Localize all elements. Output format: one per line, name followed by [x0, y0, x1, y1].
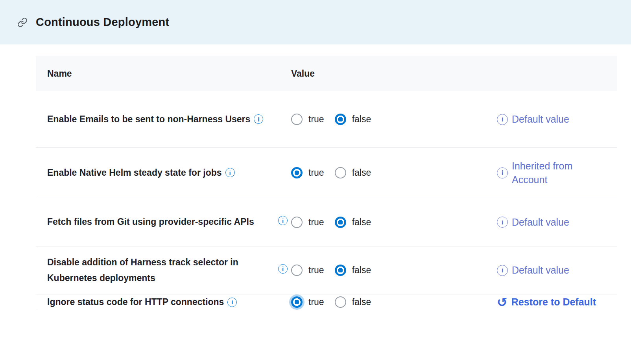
status-label: Default value [512, 215, 569, 229]
radio-label: true [308, 297, 324, 307]
status-label: Inherited from Account [512, 159, 602, 187]
radio-label: false [352, 167, 371, 178]
status-cell: i ↺ Default value [497, 215, 617, 229]
radio-button[interactable] [291, 167, 303, 178]
radio-button[interactable] [335, 167, 346, 178]
radio-button[interactable] [335, 265, 346, 276]
page-title: Continuous Deployment [36, 16, 169, 29]
settings-table: Name Value Enable Emails to be sent to n… [36, 56, 617, 310]
info-icon[interactable]: i [278, 216, 288, 225]
radio-option-false[interactable]: false [335, 167, 371, 178]
radio-option-false[interactable]: false [335, 296, 371, 308]
radio-label: true [308, 114, 324, 125]
radio-option-true[interactable]: true [291, 265, 324, 276]
radio-button[interactable] [291, 296, 303, 308]
radio-label: false [352, 297, 371, 307]
radio-button[interactable] [291, 217, 303, 228]
radio-label: true [308, 167, 324, 178]
info-icon: i [497, 167, 508, 178]
section-header: Continuous Deployment [0, 0, 631, 44]
setting-row: Enable Emails to be sent to non-Harness … [36, 91, 617, 148]
radio-option-true[interactable]: true [291, 114, 324, 125]
status-cell: i ↺ Inherited from Account [497, 159, 617, 187]
radio-button[interactable] [291, 114, 303, 125]
info-icon: i [497, 114, 508, 125]
radio-button[interactable] [335, 296, 346, 308]
info-icon[interactable]: i [225, 168, 235, 177]
column-header-value: Value [276, 68, 497, 79]
status-label: Default value [512, 263, 569, 277]
setting-name: Enable Emails to be sent to non-Harness … [47, 114, 250, 124]
radio-label: false [352, 265, 371, 276]
radio-label: true [308, 217, 324, 228]
radio-option-true[interactable]: true [291, 167, 324, 178]
status-cell: i ↺ Restore to Default [497, 295, 617, 309]
radio-label: false [352, 217, 371, 228]
radio-option-false[interactable]: false [335, 265, 371, 276]
radio-label: false [352, 114, 371, 125]
setting-name: Fetch files from Git using provider-spec… [47, 217, 254, 227]
setting-row: Disable addition of Harness track select… [36, 246, 617, 294]
setting-row: Fetch files from Git using provider-spec… [36, 198, 617, 246]
radio-option-true[interactable]: true [291, 217, 324, 228]
column-header-name: Name [36, 68, 276, 79]
setting-name: Enable Native Helm steady state for jobs [47, 167, 222, 178]
radio-option-false[interactable]: false [335, 114, 371, 125]
restore-to-default-button[interactable]: Restore to Default [511, 295, 596, 309]
link-icon[interactable] [17, 17, 28, 28]
restore-icon[interactable]: ↺ [497, 296, 507, 309]
status-cell: i ↺ Default value [497, 263, 617, 277]
setting-row: Ignore status code for HTTP connectionsi… [36, 294, 617, 310]
radio-label: true [308, 265, 324, 276]
setting-name: Ignore status code for HTTP connections [47, 297, 224, 307]
table-header: Name Value [36, 56, 617, 91]
setting-row: Enable Native Helm steady state for jobs… [36, 148, 617, 198]
info-icon[interactable]: i [254, 114, 263, 124]
info-icon[interactable]: i [278, 264, 288, 274]
radio-button[interactable] [335, 114, 346, 125]
status-cell: i ↺ Default value [497, 112, 617, 126]
info-icon: i [497, 217, 508, 228]
info-icon[interactable]: i [227, 298, 237, 307]
status-label: Default value [512, 112, 569, 126]
radio-button[interactable] [291, 265, 303, 276]
radio-option-true[interactable]: true [291, 296, 324, 308]
radio-option-false[interactable]: false [335, 217, 371, 228]
setting-name: Disable addition of Harness track select… [47, 257, 238, 283]
info-icon: i [497, 265, 508, 276]
radio-button[interactable] [335, 217, 346, 228]
